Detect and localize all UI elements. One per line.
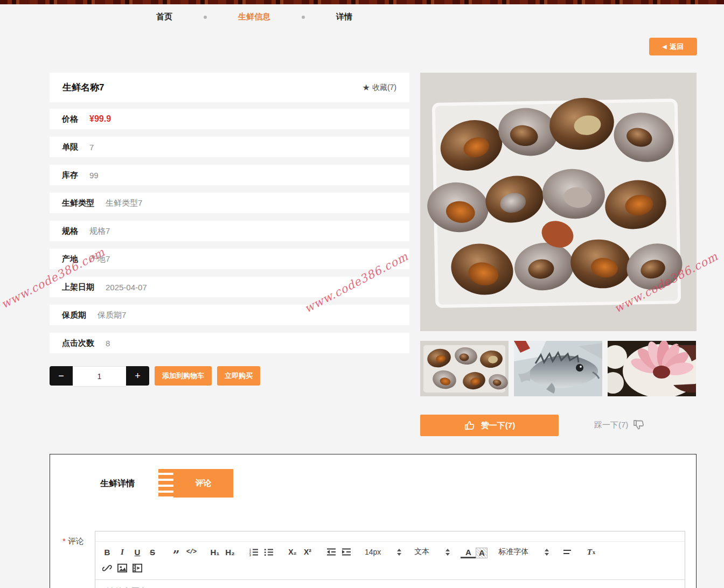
underline-button[interactable]: U	[130, 545, 145, 559]
attribute-value: 8	[106, 339, 110, 348]
thumbnail-snails[interactable]	[420, 341, 509, 396]
tab-comment-label: 评论	[173, 469, 233, 498]
comment-text-area[interactable]: 请输入正文	[95, 580, 685, 588]
paragraph-format-value: 文本	[414, 547, 429, 557]
header1-button[interactable]: H₁	[207, 545, 222, 559]
svg-text:3: 3	[249, 553, 251, 556]
highlight-color-button[interactable]: A	[476, 548, 488, 558]
attribute-label: 生鲜类型	[62, 198, 94, 208]
text-color-button[interactable]: A	[461, 548, 476, 558]
ordered-list-button[interactable]: 123	[246, 545, 261, 559]
attribute-value: 产地7	[89, 254, 110, 264]
favorite-button[interactable]: ★ 收藏(7)	[363, 82, 396, 93]
bold-button[interactable]: B	[100, 545, 115, 559]
thumb-up-icon	[464, 419, 476, 431]
nav-detail[interactable]: 详情	[336, 12, 352, 22]
toolbar-row-2	[100, 560, 680, 576]
attribute-row: 生鲜类型 生鲜类型7	[50, 193, 409, 213]
font-size-picker[interactable]: 14px	[363, 545, 403, 559]
thumbnail-fish[interactable]	[514, 341, 602, 396]
dislike-button[interactable]: 踩一下(7)	[594, 418, 645, 431]
nav-fresh-info[interactable]: 生鲜信息	[238, 12, 270, 22]
insert-video-button[interactable]	[130, 561, 145, 575]
main-product-image[interactable]	[420, 73, 697, 331]
thumbnail-sashimi[interactable]	[608, 341, 696, 396]
thumb-down-icon	[632, 418, 645, 431]
back-button[interactable]: ◀ 返回	[649, 38, 697, 55]
attribute-value: 保质期7	[98, 310, 126, 320]
line-height-button[interactable]	[560, 545, 575, 559]
like-button[interactable]: 赞一下(7)	[420, 415, 559, 436]
detail-comment-card: 生鲜详情 评论 *评论 B I U S ” </> H₁	[50, 454, 697, 588]
code-block-button[interactable]: </>	[184, 545, 199, 559]
strikethrough-button[interactable]: S	[145, 545, 160, 559]
favorite-label: 收藏(7)	[372, 83, 396, 93]
purchase-actions: − + 添加到购物车 立即购买	[50, 366, 260, 386]
quantity-increase-button[interactable]: +	[126, 366, 149, 386]
breadcrumb: 首页 生鲜信息 详情	[156, 12, 352, 22]
outdent-button[interactable]	[324, 545, 339, 559]
bullet-list-icon	[264, 548, 274, 557]
quantity-decrease-button[interactable]: −	[50, 366, 73, 386]
attribute-label: 产地	[62, 254, 78, 264]
tab-product-detail[interactable]: 生鲜详情	[100, 478, 135, 489]
outdent-icon	[326, 548, 336, 556]
paragraph-format-picker[interactable]: 文本	[412, 545, 452, 559]
tab-comment[interactable]: 评论	[158, 469, 233, 498]
comment-field-label: *评论	[62, 536, 84, 547]
nav-home[interactable]: 首页	[156, 12, 172, 22]
product-attributes: 价格 ¥99.9 单限 7 库存 99 生鲜类型 生鲜类型7 规格 规格7 产地…	[50, 109, 409, 361]
attribute-row: 库存 99	[50, 165, 409, 185]
bullet-list-button[interactable]	[261, 545, 276, 559]
nav-separator-dot	[204, 16, 207, 19]
editor-title-strip[interactable]	[95, 531, 685, 542]
product-name-panel: 生鲜名称7 ★ 收藏(7)	[50, 73, 409, 102]
font-family-picker[interactable]: 标准字体	[496, 545, 551, 559]
clear-format-button[interactable]: Tx	[583, 545, 598, 559]
back-arrow-icon: ◀	[663, 44, 667, 50]
attribute-row: 规格 规格7	[50, 221, 409, 241]
font-family-value: 标准字体	[498, 547, 528, 557]
insert-link-button[interactable]	[100, 561, 115, 575]
attribute-row: 产地 产地7	[50, 249, 409, 269]
editor-toolbar: B I U S ” </> H₁ H₂ 123	[95, 542, 685, 580]
back-label: 返回	[670, 42, 684, 52]
nav-separator-dot	[302, 16, 305, 19]
attribute-row: 价格 ¥99.9	[50, 109, 409, 129]
insert-image-button[interactable]	[115, 561, 130, 575]
subscript-button[interactable]: X₂	[285, 545, 300, 559]
header2-button[interactable]: H₂	[222, 545, 238, 559]
superscript-button[interactable]: X²	[300, 545, 315, 559]
indent-icon	[342, 548, 351, 556]
image-icon	[117, 563, 127, 573]
required-mark: *	[62, 536, 66, 545]
top-texture-banner	[0, 0, 724, 4]
blockquote-button[interactable]: ”	[169, 545, 184, 559]
attribute-row: 单限 7	[50, 137, 409, 157]
attribute-label: 单限	[62, 142, 78, 152]
attribute-label: 保质期	[62, 310, 86, 320]
font-size-value: 14px	[365, 548, 381, 556]
quantity-input[interactable]	[73, 366, 126, 387]
comment-rich-editor: B I U S ” </> H₁ H₂ 123	[95, 531, 685, 588]
attribute-label: 价格	[62, 114, 78, 124]
buy-now-button[interactable]: 立即购买	[217, 366, 260, 386]
attribute-value: 7	[89, 143, 94, 152]
indent-button[interactable]	[339, 545, 354, 559]
italic-button[interactable]: I	[115, 545, 130, 559]
like-label: 赞一下(7)	[481, 421, 515, 431]
attribute-value: 生鲜类型7	[106, 198, 142, 208]
attribute-value: 2025-04-07	[106, 283, 147, 292]
product-name: 生鲜名称7	[62, 81, 104, 94]
attribute-label: 规格	[62, 226, 78, 236]
video-icon	[133, 563, 142, 573]
quantity-stepper: − +	[50, 366, 149, 386]
picker-arrows-icon	[445, 549, 450, 556]
picker-arrows-icon	[545, 549, 549, 556]
picker-arrows-icon	[397, 549, 401, 556]
attribute-value: 99	[89, 171, 99, 180]
add-to-cart-button[interactable]: 添加到购物车	[155, 366, 212, 386]
ordered-list-icon: 123	[249, 548, 259, 557]
attribute-label: 点击次数	[62, 338, 94, 348]
link-icon	[102, 563, 112, 573]
